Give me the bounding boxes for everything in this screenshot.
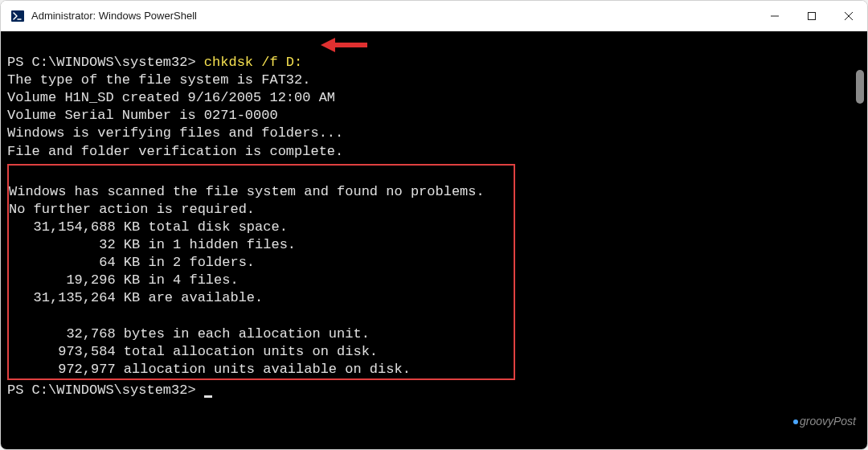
scrollbar-thumb[interactable] bbox=[856, 70, 864, 104]
svg-rect-3 bbox=[809, 13, 816, 20]
result-highlight-box: Windows has scanned the file system and … bbox=[7, 164, 515, 380]
prompt-path: PS C:\WINDOWS\system32> bbox=[7, 55, 204, 70]
result-line: 64 KB in 2 folders. bbox=[9, 255, 255, 270]
window-controls bbox=[756, 1, 867, 31]
minimize-button[interactable] bbox=[756, 1, 793, 31]
output-line: The type of the file system is FAT32. bbox=[7, 72, 310, 88]
watermark-dot-icon bbox=[793, 419, 798, 424]
command-text: chkdsk /f D: bbox=[204, 55, 302, 70]
result-line: No further action is required. bbox=[9, 202, 255, 217]
result-line: 19,296 KB in 4 files. bbox=[9, 272, 239, 288]
cursor bbox=[204, 395, 212, 398]
output-line: Volume Serial Number is 0271-0000 bbox=[7, 108, 278, 123]
maximize-button[interactable] bbox=[793, 1, 830, 31]
output-line: Windows is verifying files and folders..… bbox=[7, 125, 343, 141]
svg-marker-7 bbox=[321, 38, 335, 52]
titlebar[interactable]: Administrator: Windows PowerShell bbox=[1, 1, 867, 31]
window-title: Administrator: Windows PowerShell bbox=[31, 10, 756, 22]
result-line: Windows has scanned the file system and … bbox=[9, 184, 485, 199]
watermark: groovyPost bbox=[775, 399, 856, 443]
result-line: 972,977 allocation units available on di… bbox=[9, 362, 411, 377]
arrow-annotation-icon bbox=[321, 36, 369, 54]
output-line: Volume H1N_SD created 9/16/2005 12:00 AM bbox=[7, 90, 335, 105]
watermark-text: groovyPost bbox=[800, 415, 856, 428]
result-line: 32,768 bytes in each allocation unit. bbox=[9, 326, 370, 342]
powershell-window: Administrator: Windows PowerShell PS C:\… bbox=[0, 0, 868, 450]
svg-rect-0 bbox=[11, 10, 24, 22]
result-line: 31,135,264 KB are available. bbox=[9, 290, 263, 305]
result-line: 32 KB in 1 hidden files. bbox=[9, 237, 296, 252]
terminal-content[interactable]: PS C:\WINDOWS\system32> chkdsk /f D: The… bbox=[1, 31, 867, 449]
prompt-path: PS C:\WINDOWS\system32> bbox=[7, 382, 204, 398]
result-line: 31,154,688 KB total disk space. bbox=[9, 219, 288, 235]
close-button[interactable] bbox=[830, 1, 867, 31]
output-line: File and folder verification is complete… bbox=[7, 144, 343, 159]
powershell-icon bbox=[10, 9, 25, 23]
result-line: 973,584 total allocation units on disk. bbox=[9, 344, 378, 359]
